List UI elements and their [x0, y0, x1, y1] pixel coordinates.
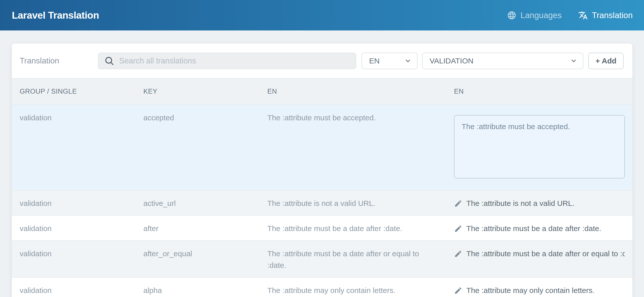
- translations-table: GROUP / SINGLE KEY EN EN validation acce…: [12, 78, 632, 297]
- cell-group: validation: [12, 105, 136, 190]
- group-select-value: VALIDATION: [430, 57, 473, 65]
- cell-source-text: The :attribute may only contain letters.: [260, 277, 446, 297]
- cell-group: validation: [12, 190, 136, 215]
- locale-select-value: EN: [369, 57, 380, 65]
- table-row: validation after_or_equal The :attribute…: [12, 241, 632, 277]
- edit-pencil-icon[interactable]: [454, 286, 462, 295]
- locale-select[interactable]: EN: [362, 53, 417, 69]
- edit-pencil-icon[interactable]: [454, 250, 462, 258]
- translation-card: Translation EN VALIDATION + Add GROUP / …: [12, 44, 632, 297]
- cell-group: validation: [12, 215, 136, 241]
- cell-key: alpha: [136, 277, 260, 297]
- translation-edit-textarea[interactable]: The :attribute must be accepted.: [454, 115, 625, 178]
- cell-translation[interactable]: The :attribute must be a date after or e…: [454, 248, 625, 259]
- cell-group: validation: [12, 241, 136, 277]
- app-header: Laravel Translation Languages Translatio…: [0, 0, 644, 30]
- cell-source-text: The :attribute is not a valid URL.: [260, 190, 446, 215]
- table-row: validation after The :attribute must be …: [12, 215, 632, 241]
- translation-text: The :attribute must be a date after or e…: [466, 248, 625, 259]
- translation-text: The :attribute must be a date after :dat…: [466, 223, 601, 234]
- nav-label-translation: Translation: [592, 11, 633, 20]
- table-row: validation alpha The :attribute may only…: [12, 277, 632, 297]
- group-select[interactable]: VALIDATION: [422, 53, 583, 69]
- search-input[interactable]: [119, 56, 350, 66]
- app-title: Laravel Translation: [12, 10, 99, 21]
- search-icon: [104, 56, 115, 66]
- nav-item-languages[interactable]: Languages: [507, 11, 562, 20]
- cell-source-text: The :attribute must be a date after or e…: [260, 241, 446, 277]
- cell-translation[interactable]: The :attribute may only contain letters.: [454, 285, 625, 296]
- edit-pencil-icon[interactable]: [454, 225, 462, 233]
- cell-key: after_or_equal: [136, 241, 260, 277]
- translation-text: The :attribute is not a valid URL.: [466, 198, 574, 209]
- toolbar-title: Translation: [20, 56, 98, 65]
- edit-pencil-icon[interactable]: [454, 199, 462, 208]
- cell-key: accepted: [136, 105, 260, 190]
- cell-translation[interactable]: The :attribute must be a date after :dat…: [454, 223, 625, 234]
- column-header-source-locale: EN: [260, 78, 446, 105]
- column-header-target-locale: EN: [446, 78, 632, 105]
- chevron-down-icon: [404, 57, 411, 64]
- translation-text: The :attribute may only contain letters.: [466, 285, 595, 296]
- add-button[interactable]: + Add: [588, 53, 624, 69]
- table-row: validation active_url The :attribute is …: [12, 190, 632, 215]
- cell-translation[interactable]: The :attribute is not a valid URL.: [454, 198, 625, 209]
- cell-key: after: [136, 215, 260, 241]
- toolbar: Translation EN VALIDATION + Add: [12, 44, 632, 78]
- cell-key: active_url: [136, 190, 260, 215]
- translate-icon: [578, 11, 588, 20]
- nav-item-translation[interactable]: Translation: [578, 11, 633, 20]
- table-row: validation accepted The :attribute must …: [12, 105, 632, 190]
- page-body: Translation EN VALIDATION + Add GROUP / …: [0, 30, 644, 297]
- cell-group: validation: [12, 277, 136, 297]
- chevron-down-icon: [570, 57, 577, 64]
- column-header-key: KEY: [136, 78, 260, 105]
- column-header-group: GROUP / SINGLE: [12, 78, 136, 105]
- search-box: [98, 53, 356, 69]
- table-header: GROUP / SINGLE KEY EN EN: [12, 78, 632, 105]
- globe-icon: [507, 11, 517, 20]
- cell-source-text: The :attribute must be a date after :dat…: [260, 215, 446, 241]
- app-nav: Languages Translation: [507, 11, 633, 20]
- cell-source-text: The :attribute must be accepted.: [260, 105, 446, 190]
- nav-label-languages: Languages: [521, 11, 562, 20]
